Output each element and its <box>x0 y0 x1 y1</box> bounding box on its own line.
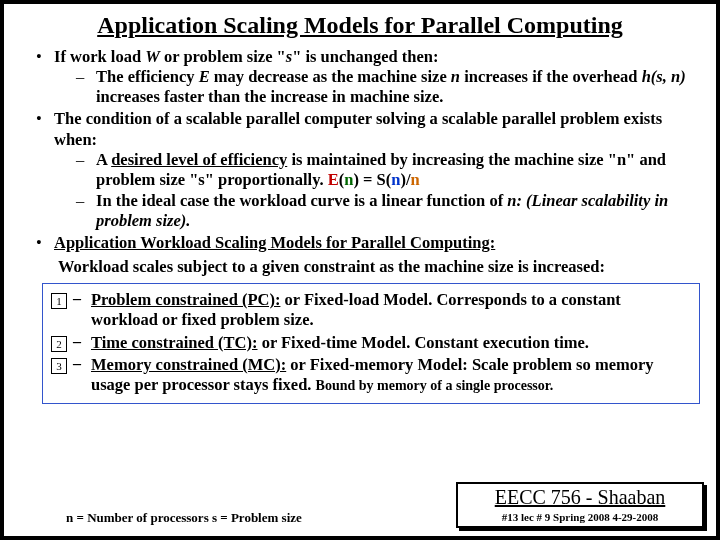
footer: EECC 756 - Shaaban #13 lec # 9 Spring 20… <box>456 482 704 528</box>
bullet-2-sub-2: In the ideal case the workload curve is … <box>76 191 696 231</box>
bullet-1-sub: The efficiency E may decrease as the mac… <box>76 67 696 107</box>
page-title: Application Scaling Models for Parallel … <box>4 4 716 45</box>
content-area: If work load W or problem size "s" is un… <box>4 45 716 253</box>
model-row-1: 1 – Problem constrained (PC): or Fixed-l… <box>51 290 691 330</box>
model-num-1: 1 <box>51 293 67 309</box>
footer-note: #13 lec # 9 Spring 2008 4-29-2008 <box>464 511 696 523</box>
bullet-2-sub-1: A desired level of efficiency is maintai… <box>76 150 696 190</box>
model-num-3: 3 <box>51 358 67 374</box>
model-row-3: 3 – Memory constrained (MC): or Fixed-me… <box>51 355 691 395</box>
course-label: EECC 756 - Shaaban <box>464 486 696 509</box>
subheading: Workload scales subject to a given const… <box>4 255 716 281</box>
bullet-3: Application Workload Scaling Models for … <box>32 233 696 253</box>
bullet-1: If work load W or problem size "s" is un… <box>32 47 696 107</box>
legend: n = Number of processors s = Problem siz… <box>66 510 302 526</box>
model-num-2: 2 <box>51 336 67 352</box>
bullet-2: The condition of a scalable parallel com… <box>32 109 696 231</box>
model-row-2: 2 – Time constrained (TC): or Fixed-time… <box>51 333 691 353</box>
models-box: 1 – Problem constrained (PC): or Fixed-l… <box>42 283 700 404</box>
